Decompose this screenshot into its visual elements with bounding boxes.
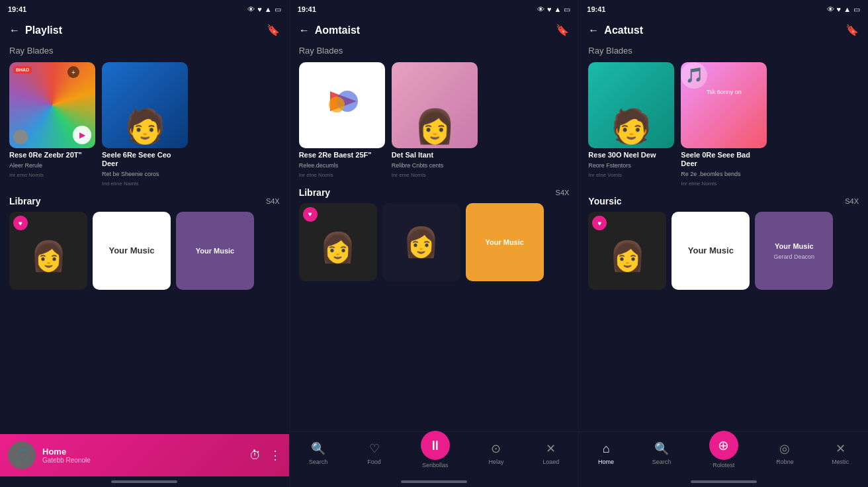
eye-icon-1: 👁 — [247, 5, 255, 13]
lib-card-3-3[interactable]: Your Music Gerard Deacon — [755, 212, 833, 290]
card-meta-2-2: Inr eme Nomls — [392, 172, 478, 178]
lib-card-heart-3-1: ♥ — [592, 216, 607, 230]
nav-podcasts-label-3: Rolotest — [713, 462, 734, 468]
music-card-2-2[interactable]: 👩 Det Sal Itant Relibre Cnbts cents Inr … — [392, 62, 478, 178]
card-meta-3-2: Inr elme Nomls — [681, 181, 767, 187]
card-person-1-2: 🧑 — [102, 62, 188, 148]
lib-card-2-3[interactable]: Your Music — [466, 203, 544, 281]
card-image-1-2: 🧑 — [102, 62, 188, 148]
card-title-3-2: Seele 0Re Seee Bad Deer — [681, 151, 767, 168]
nav-search-2[interactable]: 🔍 Search — [309, 441, 328, 465]
nav-center-label-2: Senbollas — [422, 462, 449, 468]
card-title-2-1: Rese 2Re Baest 25F" — [299, 151, 385, 159]
lib-card-person-2-2: 👩 — [403, 225, 439, 259]
nav-relay-2[interactable]: ⊙ Helay — [488, 441, 504, 465]
lib-card-person-2-1: 👩 — [320, 230, 356, 265]
card-image-3-1: 🧑 — [588, 62, 674, 148]
card-person-3-1: 🧑 — [588, 62, 674, 148]
status-time-1: 19:41 — [8, 5, 26, 13]
home-indicator-3 — [691, 480, 757, 483]
battery-icon-1: ▭ — [275, 5, 281, 14]
battery-icon-3: ▭ — [853, 5, 860, 14]
nav-center-2[interactable]: ⏸ Senbollas — [421, 437, 450, 468]
library-see-all-3[interactable]: S4X — [845, 197, 859, 205]
card-image-2-1 — [299, 62, 385, 148]
now-playing-bar-1[interactable]: 🎵 Home Gatebb Reonole ⏱ ⋮ — [0, 434, 289, 476]
back-button-1[interactable]: ← — [9, 24, 20, 36]
np-subtitle-1: Gatebb Reonole — [42, 457, 243, 464]
eye-icon-3: 👁 — [827, 5, 834, 13]
card-avatar-1-1 — [13, 130, 28, 144]
loaed-nav-icon-2: ✕ — [543, 441, 559, 457]
card-subtitle-3-1: Reore Fstentors — [588, 162, 674, 169]
card-subtitle-3-2: Re 2e .beomles bends — [681, 171, 767, 178]
nav-robne-3[interactable]: ◎ Robne — [776, 441, 794, 465]
nav-loaed-2[interactable]: ✕ Loaed — [542, 441, 559, 465]
np-menu-icon-1[interactable]: ⋮ — [269, 448, 281, 463]
nav-music-label-3: Mestic — [832, 459, 849, 465]
bookmark-icon-3[interactable]: 🔖 — [846, 24, 859, 36]
card-title-2-2: Det Sal Itant — [392, 151, 478, 159]
back-button-2[interactable]: ← — [299, 24, 310, 36]
nav-relay-label-2: Helay — [488, 459, 503, 465]
library-see-all-1[interactable]: S4X — [266, 197, 280, 205]
screens-container: 19:41 👁 ♥ ▲ ▭ ← Playlist 🔖 Ray Blades — [0, 0, 868, 487]
artist-label-2: Ray Blades — [290, 42, 579, 58]
music-card-1-2[interactable]: 🧑 Seele 6Re Seee Ceo Deer Ret be Sheenie… — [102, 62, 188, 187]
lib-card-3-1[interactable]: ♥ 👩 — [588, 212, 666, 290]
music-card-2-1[interactable]: Rese 2Re Baest 25F" Relee.decumls Inr et… — [299, 62, 385, 178]
lib-card-1-1[interactable]: ♥ 👩 — [9, 212, 87, 290]
artist-label-3: Ray Blades — [579, 42, 868, 58]
np-timer-icon-1[interactable]: ⏱ — [249, 449, 261, 463]
library-header-3: Yoursic S4X — [579, 191, 868, 209]
card-image-1-1: BHAD + ▶ — [9, 62, 95, 148]
screen-content-2: Ray Blades Rese 2R — [290, 42, 579, 431]
back-button-3[interactable]: ← — [588, 24, 599, 36]
card-meta-1-2: Ind elme Namls — [102, 181, 188, 187]
screen-title-1: Playlist — [25, 24, 62, 36]
nav-music-3[interactable]: ✕ Mestic — [832, 441, 849, 465]
header-2: ← Aomtaist 🔖 — [290, 19, 579, 42]
library-title-1: Library — [9, 196, 40, 206]
np-title-1: Home — [42, 447, 243, 457]
artist-label-1: Ray Blades — [0, 42, 289, 58]
card-meta-3-1: Inr elne Vomls — [588, 172, 674, 178]
card-subtitle-1-2: Ret be Sheenie coros — [102, 171, 188, 178]
bookmark-icon-2[interactable]: 🔖 — [556, 24, 569, 36]
lib-card-3-2[interactable]: Your Music — [672, 212, 750, 290]
bookmark-icon-1[interactable]: 🔖 — [267, 24, 280, 36]
music-card-1-1[interactable]: BHAD + ▶ Rese 0Re Zeebr 20T" Aleer Rerul… — [9, 62, 95, 187]
music-card-3-2[interactable]: 🎵 Tsk 6onny on Seele 0Re Seee Bad Deer R… — [681, 62, 767, 187]
home-indicator-2 — [401, 480, 467, 483]
screen-content-1: Ray Blades BHAD + ▶ Rese 0Re Zeebr 20T" … — [0, 42, 289, 434]
nav-search-3[interactable]: 🔍 Search — [652, 441, 672, 465]
nav-loaed-label-2: Loaed — [542, 459, 559, 465]
library-see-all-2[interactable]: S4X — [556, 189, 570, 197]
header-left-3: ← Acatust — [588, 24, 643, 36]
lib-card-person-1-1: 👩 — [30, 239, 67, 273]
lib-cards-row-1: ♥ 👩 Your Music Your Music — [0, 209, 289, 292]
nav-home-3[interactable]: ⌂ Home — [598, 441, 614, 465]
card-subtitle-1-1: Aleer Rerule — [9, 162, 95, 169]
card-play-btn-1-1[interactable]: ▶ — [73, 126, 91, 144]
lib-card-heart-2-1: ♥ — [303, 207, 318, 222]
card-person-2-2: 👩 — [392, 62, 478, 148]
lib-card-2-2[interactable]: 👩 — [382, 203, 460, 281]
home-indicator-1 — [111, 480, 177, 483]
nav-robne-label-3: Robne — [776, 459, 794, 465]
np-controls-1: ⏱ ⋮ — [249, 448, 281, 463]
lib-card-2-1[interactable]: ♥ 👩 — [299, 203, 377, 281]
status-bar-2: 19:41 👁 ♥ ▲ ▭ — [290, 0, 579, 19]
lib-card-label-3-3: Your Music — [775, 242, 813, 251]
status-time-3: 19:41 — [587, 5, 605, 13]
status-time-2: 19:41 — [298, 5, 316, 13]
card-add-btn-1-1[interactable]: + — [67, 66, 79, 78]
podcasts-nav-icon-3: ⊕ — [709, 431, 738, 460]
card-logo-3-2: 🎵 — [681, 62, 707, 89]
lib-card-1-3[interactable]: Your Music — [176, 212, 254, 290]
lib-card-1-2[interactable]: Your Music — [93, 212, 171, 290]
music-card-3-1[interactable]: 🧑 Rese 30O Neel Dew Reore Fstentors Inr … — [588, 62, 674, 187]
nav-food-2[interactable]: ♡ Food — [367, 441, 382, 465]
lib-cards-row-3: ♥ 👩 Your Music Your Music Gerard Deacon — [579, 209, 868, 292]
nav-podcasts-3[interactable]: ⊕ Rolotest — [709, 437, 738, 468]
